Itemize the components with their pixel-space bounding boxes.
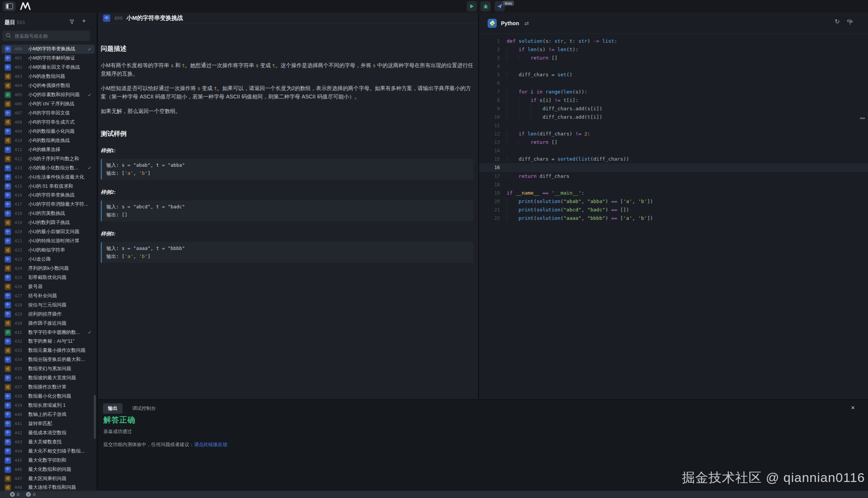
problem-list-item[interactable]: 中421小U的特殊出游时间计算	[2, 237, 95, 246]
samples-list: 样例1:输入: s = "abab", t = "abba"输出: ['a', …	[101, 147, 474, 263]
difficulty-badge: 易	[5, 92, 11, 98]
code-area[interactable]: 1def solution(s: str, t: str) -> list:2 …	[479, 34, 868, 399]
output-tab-debug-console[interactable]: 调试控制台	[127, 403, 161, 414]
item-title: 按位与三元组问题	[28, 302, 92, 308]
difficulty-badge: 中	[5, 110, 11, 116]
item-title: 最大区间乘积问题	[28, 475, 92, 482]
problem-list-item[interactable]: 难408小R的字符串生成方式	[2, 118, 95, 127]
problem-list-item[interactable]: 难406小R的`chi`子序列挑战	[2, 100, 95, 109]
layout-sidebar-icon	[6, 3, 13, 9]
item-number: 430	[14, 321, 24, 326]
problem-list-item[interactable]: 难437数组操作次数计算	[2, 383, 95, 392]
problem-list-item[interactable]: 中443最大关键数查找	[2, 437, 95, 446]
sample-code-block: 输入: s = "abab", t = "abba"输出: ['a', 'b']	[101, 159, 473, 180]
search-input[interactable]	[14, 31, 88, 42]
problem-list-item[interactable]: 难419小U的数列因子挑战	[2, 218, 95, 227]
problem-list-item[interactable]: 中441旋转串匹配	[2, 419, 95, 428]
reset-code-icon[interactable]: ↻	[835, 19, 840, 25]
item-number: 445	[14, 458, 24, 463]
problem-list-item[interactable]: 中436数组坡的最大宽度问题	[2, 374, 95, 383]
problem-list-item[interactable]: 中415小U的 01 串权值求和	[2, 182, 95, 191]
description-paragraph: 小M想知道是否可以恰好通过一次操作将 s 变成 t。如果可以，请返回一个长度为2…	[101, 84, 474, 101]
problem-list-item[interactable]: 中428按位与三元组问题	[2, 300, 95, 309]
problem-list-item[interactable]: 中409小R的数组最小化问题	[2, 127, 95, 136]
problem-list-item[interactable]: 中446最大化数组和的问题	[2, 465, 95, 474]
item-number: 434	[14, 357, 24, 362]
problem-list-item[interactable]: 易405小Q的非素数和排列问题✓	[2, 90, 95, 100]
problem-list-item[interactable]: 中445最大化数字切割和	[2, 456, 95, 465]
problem-list-item[interactable]: 中429排列的排序操作	[2, 309, 95, 319]
code-line: 3 return []	[479, 54, 868, 62]
output-tab-output[interactable]: 输出	[103, 403, 122, 414]
output-panel: 输出调试控制台 ✕ 解答正确 恭喜成功通过 提交功能内测体验中，任何问题或者建议…	[98, 400, 868, 491]
code-line: 4	[479, 62, 868, 71]
problem-list-item[interactable]: 中407小R的字符串回文值	[2, 109, 95, 118]
difficulty-badge: 中	[5, 421, 11, 427]
problem-list-item[interactable]: 难424序列的第k小数问题	[2, 264, 95, 273]
problem-list-item[interactable]: 中425彩带截取优化问题	[2, 273, 95, 282]
item-title: 小U生活事件快乐值最大化	[28, 174, 92, 181]
problem-list-item[interactable]: 难447最大区间乘积问题	[2, 474, 95, 483]
add-problem-button[interactable]: +	[82, 18, 86, 24]
problem-list-item[interactable]: 难403小N的改数组问题	[2, 72, 95, 81]
problem-list-item[interactable]: 难426拨号器	[2, 282, 95, 291]
problem-list-item[interactable]: 难410小R的数组构造挑战	[2, 136, 95, 145]
problem-list-item[interactable]: 中401小M的字符串解码验证	[2, 54, 95, 63]
problem-list-item[interactable]: 难412小S的子序列平均数之和	[2, 154, 95, 163]
problem-list-item[interactable]: 中420小U的最小后缀回文问题	[2, 227, 95, 237]
item-title: 小M的字符串变换挑战	[28, 46, 85, 52]
problem-list-item[interactable]: 中444最大化不相交扫描子数组...	[2, 446, 95, 456]
sample-code-block: 输入: s = "abcd", t = "badc"输出: []	[101, 200, 473, 221]
problem-list-item[interactable]: 中413小S的最小化数组分数...✓	[2, 163, 95, 172]
item-number: 418	[14, 211, 24, 216]
difficulty-badge: 中	[5, 128, 11, 135]
done-check-icon: ✓	[88, 92, 92, 98]
problem-list-item[interactable]: 中434数组分隔变换后的最大和...	[2, 355, 95, 364]
problem-list-item[interactable]: 中411小R的糖果选择	[2, 145, 95, 154]
problem-list-item[interactable]: 难435数组变幻与累加问题	[2, 364, 95, 374]
sidebar-scrollbar[interactable]	[94, 395, 96, 439]
debug-button[interactable]	[480, 1, 491, 11]
problem-list-item[interactable]: 中432数字的奥秘：AI与“11”	[2, 337, 95, 346]
problem-list-item[interactable]: 难448最大连续子数组和问题	[2, 483, 95, 491]
item-title: 数组变幻与累加问题	[28, 366, 92, 372]
item-title: 括号补全问题	[28, 293, 92, 299]
close-output-icon[interactable]: ✕	[851, 405, 855, 411]
problem-list-item[interactable]: 中418小U的完美数挑战	[2, 209, 95, 218]
problem-list-item[interactable]: 中427括号补全问题	[2, 291, 95, 300]
problem-list-item[interactable]: 中400小M的字符串变换挑战✓	[2, 45, 95, 54]
format-code-icon[interactable]	[847, 19, 853, 27]
problem-list-item[interactable]: 中416小U的字符串变换挑战	[2, 191, 95, 200]
problem-list-item[interactable]: 中438数组最小化分数问题	[2, 392, 95, 401]
problem-list-item[interactable]: 易431数字字符串中圆圈的数...✓	[2, 328, 95, 337]
item-title: 拨号器	[28, 284, 92, 290]
item-number: 401	[14, 56, 24, 61]
problem-list-item[interactable]: 中439数组长度缩减到 1	[2, 401, 95, 410]
problem-list-item[interactable]: 中417小U的字符串消除最大字符...	[2, 200, 95, 209]
problem-list-item[interactable]: 难404小Q的奇偶操作数组	[2, 81, 95, 90]
problem-list-item[interactable]: 中440数轴上的石子游戏	[2, 410, 95, 419]
problem-count: 501	[17, 20, 26, 25]
code-line: 18	[479, 181, 868, 189]
problem-list-item[interactable]: 中414小U生活事件快乐值最大化	[2, 172, 95, 182]
difficulty-badge: 中	[5, 274, 11, 281]
problem-list-item[interactable]: 中423小U走公路	[2, 255, 95, 264]
feedback-link[interactable]: 请点此链接反馈	[194, 442, 228, 447]
item-number: 447	[14, 476, 24, 481]
difficulty-badge: 中	[5, 55, 11, 61]
problem-list-item[interactable]: 难430操作因子接近问题	[2, 319, 95, 328]
problem-list-item[interactable]: 中442最低成本清空数组	[2, 428, 95, 437]
language-switch-icon[interactable]: ⇄	[524, 20, 529, 26]
difficulty-badge: 中	[5, 201, 11, 208]
problem-list-item[interactable]: 中402小M的最长回文子串挑战	[2, 63, 95, 72]
item-title: 数字字符串中圆圈的数...	[28, 329, 85, 336]
item-title: 小U的最小后缀回文问题	[28, 229, 92, 235]
problem-list-item[interactable]: 难422小U的相似字符串	[2, 246, 95, 255]
difficulty-badge: 中	[5, 302, 11, 308]
sample-label: 样例2:	[101, 189, 474, 196]
filter-button[interactable]	[69, 19, 74, 26]
sidebar-toggle-button[interactable]	[3, 1, 16, 11]
code-line: 12 if len(diff_chars) != 2:	[479, 130, 868, 138]
problem-list-item[interactable]: 难433数组元素最小操作次数问题	[2, 346, 95, 355]
run-button[interactable]	[467, 1, 477, 11]
